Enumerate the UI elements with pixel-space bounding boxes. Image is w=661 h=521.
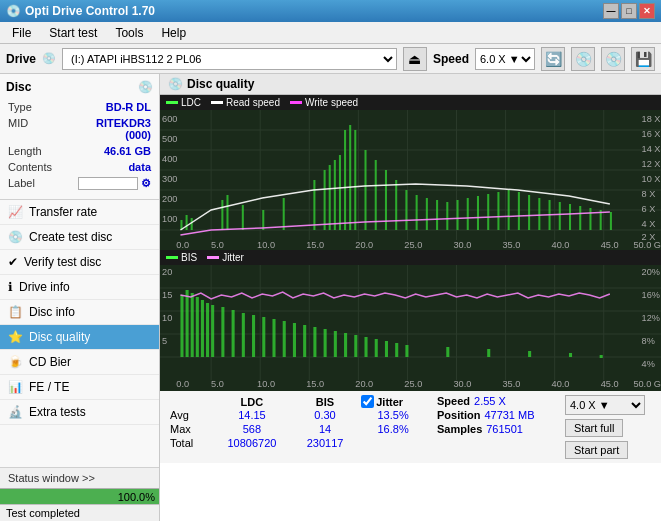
title-bar-controls: — □ ✕ [603,3,655,19]
cd-bier-label: CD Bier [29,355,71,369]
start-part-button[interactable]: Start part [565,441,628,459]
svg-rect-79 [579,206,581,230]
ldc-legend: LDC [166,97,201,108]
disc-quality-label: Disc quality [29,330,90,344]
svg-rect-143 [446,347,449,357]
nav-verify-test-disc[interactable]: ✔ Verify test disc [0,250,159,275]
extra-tests-icon: 🔬 [8,405,23,419]
svg-rect-78 [569,204,571,230]
svg-text:45.0: 45.0 [601,379,619,389]
svg-rect-48 [262,210,264,230]
max-label: Max [166,422,211,436]
jitter-checkbox[interactable] [361,395,374,408]
menu-start-test[interactable]: Start test [41,24,105,42]
label-input[interactable] [78,177,138,190]
ldc-label: LDC [181,97,201,108]
create-test-disc-icon: 💿 [8,230,23,244]
nav-extra-tests[interactable]: 🔬 Extra tests [0,400,159,425]
total-jitter [357,436,429,450]
disc-label-value: ⚙ [70,176,151,191]
svg-rect-144 [487,349,490,357]
speed-label: Speed [433,52,469,66]
svg-text:5.0: 5.0 [211,379,224,389]
stats-header-empty [166,395,211,408]
svg-rect-73 [518,192,520,230]
svg-rect-74 [528,195,530,230]
menu-help[interactable]: Help [153,24,194,42]
cd-bier-icon: 🍺 [8,355,23,369]
bottom-chart-container: BIS Jitter [160,250,661,390]
drive-select[interactable]: (I:) ATAPI iHBS112 2 PL06 [62,48,397,70]
svg-rect-52 [329,165,331,230]
max-bis: 14 [293,422,357,436]
avg-bis: 0.30 [293,408,357,422]
drive-info-icon: ℹ [8,280,13,294]
svg-rect-137 [354,335,357,357]
bottom-legend: BIS Jitter [160,250,661,265]
length-value: 46.61 GB [70,144,151,158]
refresh-button[interactable]: 🔄 [541,47,565,71]
contents-value: data [70,160,151,174]
svg-rect-129 [272,319,275,357]
nav-fe-te[interactable]: 📊 FE / TE [0,375,159,400]
svg-rect-122 [206,303,209,357]
disc-button1[interactable]: 💿 [571,47,595,71]
nav-cd-bier[interactable]: 🍺 CD Bier [0,350,159,375]
nav-transfer-rate[interactable]: 📈 Transfer rate [0,200,159,225]
svg-text:5: 5 [162,336,167,346]
start-full-button[interactable]: Start full [565,419,623,437]
svg-text:40.0: 40.0 [552,240,570,250]
svg-rect-46 [226,195,228,230]
nav-disc-info[interactable]: 📋 Disc info [0,300,159,325]
status-window-label[interactable]: Status window >> [0,467,159,488]
svg-rect-68 [467,198,469,230]
drive-icon: 💿 [42,52,56,65]
svg-text:10.0: 10.0 [257,379,275,389]
nav-drive-info[interactable]: ℹ Drive info [0,275,159,300]
speed-select[interactable]: 6.0 X ▼ [475,48,535,70]
extra-tests-label: Extra tests [29,405,86,419]
verify-test-disc-icon: ✔ [8,255,18,269]
nav-disc-quality[interactable]: ⭐ Disc quality [0,325,159,350]
svg-rect-124 [221,307,224,357]
speed-dropdown[interactable]: 4.0 X ▼ [565,395,645,415]
samples-value: 761501 [486,423,523,435]
contents-label: Contents [8,160,68,174]
menu-tools[interactable]: Tools [107,24,151,42]
menu-file[interactable]: File [4,24,39,42]
label-icon: ⚙ [141,177,151,189]
disc-table: Type BD-R DL MID RITEKDR3 (000) Length 4… [6,98,153,193]
svg-rect-53 [334,160,336,230]
minimize-button[interactable]: — [603,3,619,19]
svg-rect-83 [160,265,661,391]
svg-text:50.0 GB: 50.0 GB [633,379,661,389]
length-label: Length [8,144,68,158]
save-button[interactable]: 💾 [631,47,655,71]
stats-col-buttons: 4.0 X ▼ Start full Start part [565,395,655,459]
svg-text:4%: 4% [642,359,655,369]
svg-rect-58 [364,150,366,230]
disc-quality-header: 💿 Disc quality [160,74,661,95]
write-speed-color [290,101,302,104]
svg-text:14 X: 14 X [642,144,661,154]
svg-text:30.0: 30.0 [453,240,471,250]
disc-info-section: Disc 💿 Type BD-R DL MID RITEKDR3 (000) L… [0,74,159,200]
verify-test-disc-label: Verify test disc [24,255,101,269]
svg-text:6 X: 6 X [642,204,656,214]
stats-section: LDC BIS Jitter Avg [160,390,661,463]
maximize-button[interactable]: □ [621,3,637,19]
disc-quality-icon-header: 💿 [168,77,183,91]
svg-rect-51 [324,170,326,230]
svg-text:15.0: 15.0 [306,379,324,389]
disc-icon: 💿 [138,80,153,94]
svg-rect-43 [186,215,188,230]
title-bar-left: 💿 Opti Drive Control 1.70 [6,4,155,18]
nav-create-test-disc[interactable]: 💿 Create test disc [0,225,159,250]
disc-button2[interactable]: 💿 [601,47,625,71]
position-value: 47731 MB [484,409,534,421]
svg-text:25.0: 25.0 [404,379,422,389]
test-completed: Test completed [0,504,159,521]
close-button[interactable]: ✕ [639,3,655,19]
eject-button[interactable]: ⏏ [403,47,427,71]
svg-text:16 X: 16 X [642,129,661,139]
